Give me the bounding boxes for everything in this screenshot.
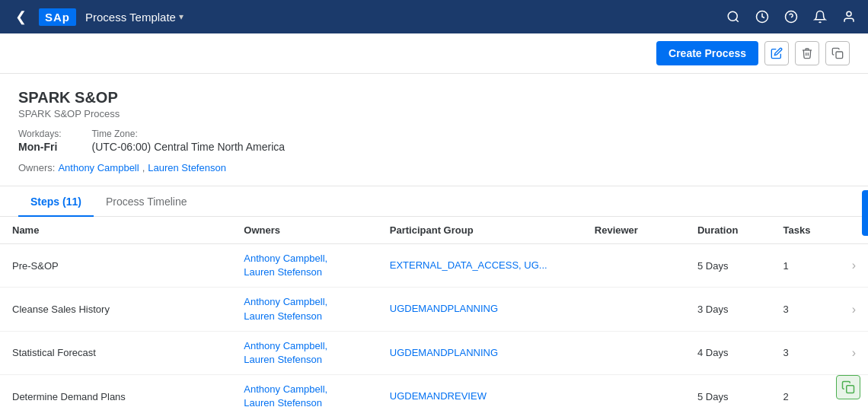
table-row[interactable]: Cleanse Sales History Anthony Campbell,L… (0, 288, 868, 331)
participant-link-2[interactable]: UGDEMANDPLANNING (390, 346, 570, 360)
cell-duration-1: 3 Days (685, 288, 771, 331)
workdays-label: Workdays: (18, 129, 61, 139)
copy-button[interactable] (825, 41, 850, 65)
nav-title-text: Process Template (85, 11, 176, 24)
cell-name-0: Pre-S&OP (0, 244, 231, 288)
cell-reviewer-1 (582, 288, 685, 331)
cell-reviewer-3 (582, 375, 685, 407)
owners-label: Owners: (18, 162, 55, 173)
copy-bottom-icon (841, 380, 855, 394)
owner-cell-link[interactable]: Anthony Campbell, (244, 252, 365, 266)
tab-steps[interactable]: Steps (11) (18, 186, 94, 217)
timezone-group: Time Zone: (UTC-06:00) Central Time Nort… (91, 129, 285, 153)
cell-duration-3: 5 Days (685, 375, 771, 407)
col-header-duration: Duration (685, 217, 771, 244)
cell-owners-2: Anthony Campbell,Lauren Stefenson (231, 331, 377, 374)
sap-logo: SAp (39, 8, 76, 26)
table-row[interactable]: Determine Demand Plans Anthony Campbell,… (0, 375, 868, 407)
scroll-indicator (862, 190, 868, 236)
cell-participant-1: UGDEMANDPLANNING (378, 288, 582, 331)
edit-icon (771, 47, 783, 59)
col-header-reviewer: Reviewer (582, 217, 685, 244)
row-chevron-icon-2: › (852, 346, 856, 359)
create-process-button[interactable]: Create Process (656, 41, 758, 65)
top-navigation: ❮ SAp Process Template ▾ (0, 0, 868, 33)
search-button[interactable] (726, 10, 740, 24)
nav-icon-group (726, 10, 856, 24)
cell-tasks-3: 2 (771, 375, 840, 407)
cell-name-2: Statistical Forecast (0, 331, 231, 374)
notifications-button[interactable] (813, 10, 827, 24)
table-row[interactable]: Pre-S&OP Anthony Campbell,Lauren Stefens… (0, 244, 868, 288)
cell-tasks-1: 3 (771, 288, 840, 331)
page-subtitle: SPARK S&OP Process (18, 108, 850, 119)
row-chevron-icon-0: › (852, 259, 856, 272)
owners-separator: , (142, 162, 145, 173)
clock-button[interactable] (755, 10, 769, 24)
cell-tasks-2: 3 (771, 331, 840, 374)
help-icon (784, 10, 798, 24)
owners-row: Owners: Anthony Campbell , Lauren Stefen… (18, 162, 850, 173)
steps-table: Name Owners Participant Group Reviewer D… (0, 217, 868, 407)
cell-owners-0: Anthony Campbell,Lauren Stefenson (231, 244, 377, 288)
svg-point-5 (847, 11, 851, 16)
owner-cell-link[interactable]: Anthony Campbell, (244, 383, 365, 396)
nav-title: Process Template ▾ (85, 11, 183, 24)
owner-cell-link[interactable]: Lauren Stefenson (244, 266, 365, 279)
col-header-participant: Participant Group (378, 217, 582, 244)
user-button[interactable] (842, 10, 856, 24)
bottom-right-action-icon[interactable] (836, 375, 860, 399)
timezone-label: Time Zone: (91, 129, 285, 139)
owner-cell-link[interactable]: Anthony Campbell, (244, 339, 365, 353)
tab-process-timeline[interactable]: Process Timeline (94, 186, 199, 217)
copy-icon (831, 47, 844, 59)
svg-rect-7 (847, 386, 854, 393)
col-header-name: Name (0, 217, 231, 244)
row-chevron-icon-1: › (852, 303, 856, 316)
page-title: SPARK S&OP (18, 89, 850, 107)
cell-duration-0: 5 Days (685, 244, 771, 288)
svg-rect-6 (836, 52, 843, 59)
table-row[interactable]: Statistical Forecast Anthony Campbell,La… (0, 331, 868, 374)
header-info: SPARK S&OP SPARK S&OP Process Workdays: … (0, 74, 868, 186)
participant-link-3[interactable]: UGDEMANDREVIEW (390, 390, 570, 403)
participant-link-0[interactable]: EXTERNAL_DATA_ACCESS, UG... (390, 259, 570, 272)
cell-name-3: Determine Demand Plans (0, 375, 231, 407)
svg-point-0 (728, 11, 737, 21)
clock-icon (755, 10, 769, 24)
cell-participant-3: UGDEMANDREVIEW (378, 375, 582, 407)
user-icon (842, 10, 856, 24)
cell-duration-2: 4 Days (685, 331, 771, 374)
cell-chevron-0[interactable]: › (840, 244, 868, 288)
delete-button[interactable] (795, 41, 819, 65)
workdays-value: Mon-Fri (18, 141, 61, 153)
cell-chevron-2[interactable]: › (840, 331, 868, 374)
edit-button[interactable] (764, 41, 789, 65)
cell-reviewer-0 (582, 244, 685, 288)
cell-chevron-1[interactable]: › (840, 288, 868, 331)
owner-cell-link[interactable]: Anthony Campbell, (244, 295, 365, 309)
workdays-group: Workdays: Mon-Fri (18, 129, 61, 153)
header-meta-row: Workdays: Mon-Fri Time Zone: (UTC-06:00)… (18, 129, 850, 153)
owner-link-2[interactable]: Lauren Stefenson (148, 162, 226, 173)
col-header-owners: Owners (231, 217, 377, 244)
back-button[interactable]: ❮ (12, 5, 30, 28)
owner-link-1[interactable]: Anthony Campbell (58, 162, 139, 173)
action-bar: Create Process (0, 33, 868, 74)
cell-name-1: Cleanse Sales History (0, 288, 231, 331)
cell-participant-2: UGDEMANDPLANNING (378, 331, 582, 374)
cell-owners-3: Anthony Campbell,Lauren Stefenson (231, 375, 377, 407)
search-icon (726, 10, 740, 24)
help-button[interactable] (784, 10, 798, 24)
owner-cell-link[interactable]: Lauren Stefenson (244, 353, 365, 367)
table-header-row: Name Owners Participant Group Reviewer D… (0, 217, 868, 244)
participant-link-1[interactable]: UGDEMANDPLANNING (390, 302, 570, 316)
cell-participant-0: EXTERNAL_DATA_ACCESS, UG... (378, 244, 582, 288)
owner-cell-link[interactable]: Lauren Stefenson (244, 396, 365, 407)
cell-tasks-0: 1 (771, 244, 840, 288)
steps-table-container: Name Owners Participant Group Reviewer D… (0, 217, 868, 407)
col-header-tasks: Tasks (771, 217, 840, 244)
owner-cell-link[interactable]: Lauren Stefenson (244, 310, 365, 323)
delete-icon (801, 47, 813, 59)
cell-owners-1: Anthony Campbell,Lauren Stefenson (231, 288, 377, 331)
